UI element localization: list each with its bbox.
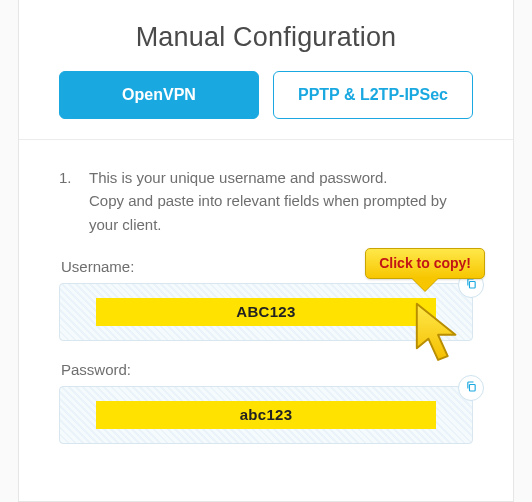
page-title: Manual Configuration xyxy=(39,22,493,53)
password-box: abc123 xyxy=(59,386,473,444)
step-number: 1. xyxy=(59,166,73,236)
password-field: Password: abc123 xyxy=(59,361,473,444)
protocol-tabs: OpenVPN PPTP & L2TP-IPSec xyxy=(39,71,493,119)
config-panel: Manual Configuration OpenVPN PPTP & L2TP… xyxy=(18,0,514,502)
copy-icon xyxy=(465,276,478,294)
panel-header: Manual Configuration OpenVPN PPTP & L2TP… xyxy=(19,0,513,140)
credentials: Username: ABC123 Password: xyxy=(59,258,473,444)
step-line-1: This is your unique username and passwor… xyxy=(89,169,388,186)
tab-openvpn[interactable]: OpenVPN xyxy=(59,71,259,119)
instruction-step: 1. This is your unique username and pass… xyxy=(59,166,473,236)
step-line-2: Copy and paste into relevant fields when… xyxy=(89,192,447,232)
username-box: ABC123 xyxy=(59,283,473,341)
svg-rect-1 xyxy=(469,384,475,391)
copy-username-button[interactable] xyxy=(458,272,484,298)
password-label: Password: xyxy=(59,361,473,378)
svg-rect-0 xyxy=(469,281,475,288)
copy-password-button[interactable] xyxy=(458,375,484,401)
username-label: Username: xyxy=(59,258,473,275)
panel-content: 1. This is your unique username and pass… xyxy=(19,140,513,484)
step-text: This is your unique username and passwor… xyxy=(89,166,473,236)
username-value: ABC123 xyxy=(96,298,436,326)
tab-pptp-l2tp[interactable]: PPTP & L2TP-IPSec xyxy=(273,71,473,119)
password-value: abc123 xyxy=(96,401,436,429)
copy-icon xyxy=(465,379,478,397)
username-field: Username: ABC123 xyxy=(59,258,473,341)
